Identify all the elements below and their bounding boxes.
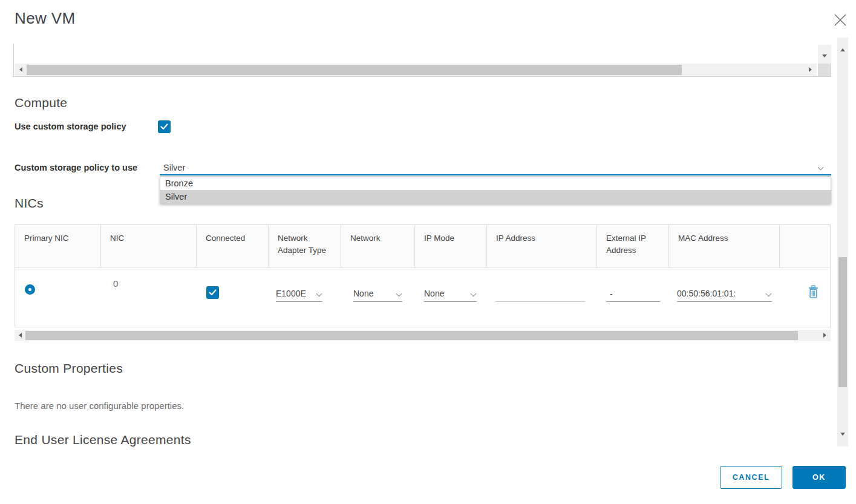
- close-icon[interactable]: [832, 12, 848, 28]
- scroll-right-arrow-icon[interactable]: [809, 67, 812, 72]
- nics-h-scroll-thumb[interactable]: [25, 331, 798, 340]
- network-value: None: [353, 289, 373, 298]
- col-network: Network: [341, 225, 414, 267]
- eula-heading: End User License Agreements: [15, 433, 317, 447]
- inner-h-scroll-thumb[interactable]: [27, 65, 682, 75]
- inner-scrollbar-corner: [818, 64, 831, 76]
- network-select[interactable]: None: [353, 286, 402, 302]
- dropdown-option-bronze[interactable]: Bronze: [160, 177, 831, 190]
- adapter-type-select[interactable]: E1000E: [276, 286, 322, 302]
- check-icon: [209, 289, 217, 296]
- use-custom-storage-policy-label: Use custom storage policy: [15, 122, 126, 131]
- col-primary-nic: Primary NIC: [15, 225, 100, 267]
- adapter-type-value: E1000E: [276, 289, 306, 298]
- custom-storage-policy-label: Custom storage policy to use: [15, 163, 137, 172]
- compute-heading: Compute: [15, 96, 67, 110]
- custom-properties-heading: Custom Properties: [15, 361, 123, 376]
- ip-address-input[interactable]: [495, 286, 585, 302]
- connected-checkbox[interactable]: [206, 286, 219, 299]
- use-custom-storage-policy-checkbox[interactable]: [158, 120, 171, 133]
- col-connected: Connected: [196, 225, 268, 267]
- chevron-down-icon: [766, 290, 772, 296]
- scroll-right-arrow-icon[interactable]: [823, 333, 826, 338]
- ip-mode-select[interactable]: None: [424, 286, 477, 302]
- table-row: 0 E1000E None None: [15, 268, 830, 326]
- nics-table-header: Primary NIC NIC Connected Network Adapte…: [15, 225, 830, 268]
- col-network-adapter-type: Network Adapter Type: [268, 225, 341, 267]
- storage-policy-dropdown: Bronze Silver: [160, 176, 831, 204]
- chevron-down-icon: [396, 290, 402, 296]
- chevron-down-icon: [471, 290, 477, 296]
- dialog-vertical-scrollbar[interactable]: [837, 38, 848, 447]
- custom-properties-empty-text: There are no user configurable propertie…: [15, 401, 184, 411]
- inner-horizontal-scrollbar[interactable]: [15, 64, 817, 76]
- new-vm-dialog: New VM Compute Use custom storage policy…: [0, 0, 856, 504]
- inner-vertical-scrollbar[interactable]: [818, 45, 831, 64]
- nics-heading: NICs: [15, 196, 44, 211]
- chevron-down-icon: [818, 165, 824, 171]
- col-external-ip-address: External IP Address: [596, 225, 668, 267]
- col-ip-address: IP Address: [486, 225, 596, 267]
- custom-storage-policy-value: Silver: [163, 163, 185, 172]
- col-mac-address: MAC Address: [668, 225, 779, 267]
- col-actions: [779, 225, 831, 267]
- chevron-down-icon: [316, 290, 322, 296]
- check-icon: [160, 123, 168, 130]
- ip-mode-value: None: [424, 289, 444, 298]
- page-title: New VM: [15, 9, 76, 28]
- nic-index: 0: [113, 278, 118, 289]
- select-underline: [160, 174, 831, 175]
- mac-address-value: 00:50:56:01:01:: [677, 289, 736, 298]
- scroll-down-arrow-icon[interactable]: [822, 54, 827, 57]
- external-ip-value: -: [610, 289, 613, 299]
- col-nic: NIC: [100, 225, 196, 267]
- nics-table: Primary NIC NIC Connected Network Adapte…: [15, 224, 831, 327]
- eula-heading-clip: End User License Agreements: [15, 433, 317, 448]
- scroll-up-arrow-icon[interactable]: [840, 48, 845, 51]
- mac-address-select[interactable]: 00:50:56:01:01:: [677, 286, 772, 302]
- custom-storage-policy-select[interactable]: Silver: [160, 161, 831, 175]
- trash-icon[interactable]: [807, 285, 820, 301]
- scroll-left-arrow-icon[interactable]: [19, 67, 22, 72]
- scroll-down-arrow-icon[interactable]: [840, 433, 845, 436]
- col-ip-mode: IP Mode: [414, 225, 486, 267]
- dialog-v-scroll-thumb[interactable]: [838, 257, 847, 387]
- cancel-button[interactable]: CANCEL: [720, 466, 782, 489]
- external-ip-field: -: [606, 286, 660, 302]
- nics-horizontal-scrollbar[interactable]: [15, 330, 831, 341]
- ok-button[interactable]: OK: [792, 466, 846, 489]
- primary-nic-radio[interactable]: [25, 284, 35, 295]
- scroll-left-arrow-icon[interactable]: [19, 333, 22, 338]
- inner-panel-left-border: [13, 44, 14, 77]
- dropdown-option-silver[interactable]: Silver: [160, 190, 831, 203]
- inner-panel-bottom-border: [13, 76, 831, 77]
